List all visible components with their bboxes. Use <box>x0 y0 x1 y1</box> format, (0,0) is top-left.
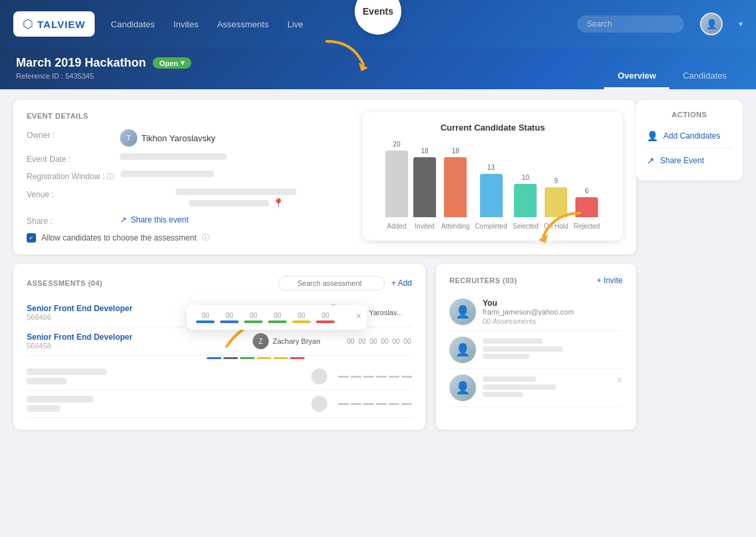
bar-rect[interactable] <box>413 157 436 217</box>
mini-bar <box>351 376 361 378</box>
assessment-search-input[interactable] <box>278 276 385 290</box>
bottom-section: ASSESSMENTS (04) 🔍 + Add Senior Fro <box>13 264 636 430</box>
chart-bar-rejected: 6 Rejected <box>573 187 599 230</box>
recruiter-name-placeholder <box>483 376 536 382</box>
tooltip-bar-col: 00 <box>316 312 335 323</box>
badge-dropdown-icon[interactable]: ▾ <box>181 59 185 67</box>
bar-value: 18 <box>452 147 459 155</box>
events-nav-bubble[interactable]: Events <box>355 0 401 35</box>
share-row: Share : ↗ Share this event <box>27 215 352 226</box>
add-candidates-icon: 👤 <box>647 131 658 141</box>
bar-value: 9 <box>554 177 558 185</box>
mini-bar <box>273 357 288 359</box>
chart-bar-on hold: 9 On Hold <box>544 177 569 230</box>
recruiter-avatar-icon: 👤 <box>455 304 470 319</box>
content-area: EVENT DETAILS Owner : T Tikhon Yaroslavs… <box>0 89 756 440</box>
score-bars: 00 00 00 00 00 00 <box>346 338 412 345</box>
bar-rect[interactable] <box>575 197 598 217</box>
event-title-area: March 2019 Hackathon Open ▾ Reference ID… <box>16 56 191 89</box>
recruiter-avatar-icon: 👤 <box>455 342 470 357</box>
share-event-icon: ↗ <box>647 155 655 166</box>
nav-candidates[interactable]: Candidates <box>111 19 155 29</box>
share-link-text: Share this event <box>131 215 189 225</box>
mini-bar <box>363 403 374 405</box>
nav-live[interactable]: Live <box>287 19 303 29</box>
bar-value: 13 <box>487 164 495 171</box>
nav-assessments[interactable]: Assessments <box>217 19 269 29</box>
chart-bar-added: 20 Added <box>385 141 408 230</box>
allow-candidates-text: Allow candidates to choose the assessmen… <box>41 233 197 243</box>
tooltip-bar-col: 00 <box>292 312 311 323</box>
event-details-card: EVENT DETAILS Owner : T Tikhon Yaroslavs… <box>13 100 636 255</box>
tooltip-mini-bar <box>244 320 263 323</box>
bar-rect[interactable] <box>480 174 503 217</box>
logo-area[interactable]: ⬡ TALVIEW <box>13 11 95 37</box>
allow-candidates-checkbox[interactable]: ✓ <box>27 233 36 243</box>
mini-bar <box>389 403 399 405</box>
share-link[interactable]: ↗ Share this event <box>120 215 189 225</box>
owner-label: Owner : <box>27 129 113 140</box>
assessment-id: 566458 <box>27 342 246 350</box>
assessment-name[interactable]: Senior Front End Developer <box>27 332 246 342</box>
add-candidates-action[interactable]: 👤 Add Candidates <box>647 127 732 145</box>
bar-value: 10 <box>522 174 529 181</box>
allow-candidates-row: ✓ Allow candidates to choose the assessm… <box>27 233 352 243</box>
recruiter-avatar: 👤 <box>449 374 476 401</box>
bar-rect[interactable] <box>385 151 408 217</box>
share-event-action[interactable]: ↗ Share Event <box>647 151 732 170</box>
tooltip-bar-col: 00 <box>220 312 239 323</box>
mini-bar <box>207 357 221 359</box>
bar-rect[interactable] <box>514 184 537 217</box>
tooltip-bar-col: 00 <box>244 312 263 323</box>
map-pin-icon: 📍 <box>273 198 284 209</box>
assessment-add-button[interactable]: + Add <box>391 278 412 288</box>
event-fields-section: EVENT DETAILS Owner : T Tikhon Yaroslavs… <box>27 112 352 243</box>
tooltip-mini-bar <box>316 320 335 323</box>
recruiter-row: 👤 You frami_jameson@yahoo.com 00 Assessm… <box>449 293 623 331</box>
tooltip-score: 00 <box>225 312 233 319</box>
score-mini-bars-row1 <box>27 356 412 363</box>
recruiter-row: 👤 × <box>449 369 623 407</box>
recruiter-email-placeholder <box>483 384 556 390</box>
status-badge[interactable]: Open ▾ <box>153 57 191 69</box>
event-date-value <box>120 153 352 160</box>
owner-name-text: Zachary Bryan <box>273 337 321 345</box>
event-date-placeholder <box>120 153 227 160</box>
mini-bar <box>363 376 374 378</box>
recruiters-title: RECRUITERS (03) <box>449 276 517 284</box>
recruiter-email: frami_jameson@yahoo.com <box>483 308 623 316</box>
bar-label: Invited <box>415 223 434 230</box>
assessment-owner: Z Zachary Bryan <box>253 333 339 349</box>
search-input[interactable] <box>577 15 684 33</box>
chart-bar-completed: 13 Completed <box>475 164 507 230</box>
tooltip-bar-col: 00 <box>196 312 215 323</box>
recruiter-avatar: 👤 <box>449 298 476 325</box>
venue-label: Venue : <box>27 189 113 199</box>
owner-avatar: T <box>120 129 137 147</box>
chart-bar-attending: 18 Attending <box>441 147 469 230</box>
user-avatar[interactable]: 👤 <box>700 13 723 35</box>
bar-label: Added <box>387 223 407 230</box>
user-dropdown-arrow[interactable]: ▾ <box>739 19 743 29</box>
tooltip-close-button[interactable]: × <box>356 310 361 321</box>
nav-invites[interactable]: Invites <box>173 19 199 29</box>
placeholder-id <box>27 378 67 384</box>
recruiters-invite-button[interactable]: + Invite <box>597 276 623 285</box>
tab-candidates[interactable]: Candidates <box>669 64 740 89</box>
bar-rect[interactable] <box>444 157 467 217</box>
share-event-label: Share Event <box>660 156 704 165</box>
mini-bar <box>351 403 361 405</box>
recruiters-header: RECRUITERS (03) + Invite <box>449 276 623 285</box>
recruiter-remove-button[interactable]: × <box>617 374 623 386</box>
bar-rect[interactable] <box>545 187 567 217</box>
tab-overview[interactable]: Overview <box>604 64 669 89</box>
chart-bar-selected: 10 Selected <box>513 174 539 230</box>
logo-icon: ⬡ <box>23 17 33 31</box>
chart-area: 20 Added 18 Invited 18 Attending 13 Comp… <box>376 143 609 230</box>
venue-value: 📍 <box>120 189 352 209</box>
assessments-header: ASSESSMENTS (04) 🔍 + Add <box>27 276 412 290</box>
table-row <box>27 363 412 390</box>
page-wrapper: Events ⬡ TALVIEW Candidates Invites Asse… <box>0 0 756 537</box>
placeholder-name <box>27 368 107 375</box>
events-bubble-label: Events <box>363 6 393 17</box>
